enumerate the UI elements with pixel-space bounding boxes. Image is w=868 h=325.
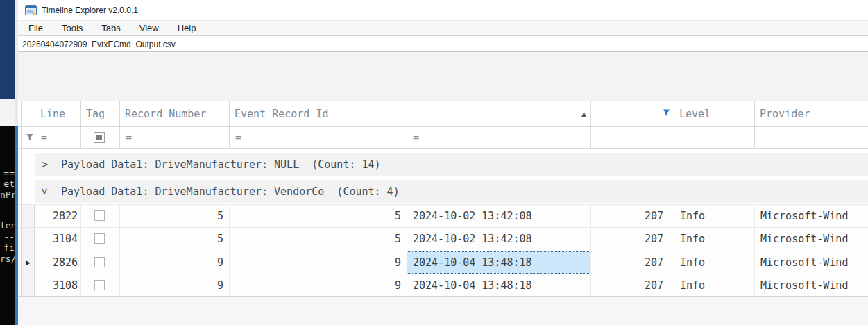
terminal-text-fragment: --: [0, 231, 15, 242]
cell-time-created-selected[interactable]: 2024-10-04 13:48:18: [407, 251, 590, 274]
group-row-null[interactable]: > Payload Data1: DriveManufacturer: NULL…: [18, 153, 868, 176]
grid-empty-area: [18, 297, 868, 325]
menu-file[interactable]: File: [24, 22, 48, 35]
cell-record-number[interactable]: 5: [119, 228, 229, 251]
filter-active-icon[interactable]: [663, 109, 670, 117]
filter-row-icon: [26, 133, 34, 142]
grid-border: [21, 101, 22, 297]
column-header-level[interactable]: Level: [674, 101, 754, 126]
cell-level[interactable]: Info: [674, 274, 754, 296]
group-by-panel[interactable]: Payload Data1 ▲: [18, 52, 868, 101]
column-header-time-created[interactable]: Time Created ▲: [407, 101, 590, 126]
cell-event-record-id[interactable]: 5: [229, 228, 407, 251]
column-header-event-id[interactable]: Event Id: [590, 101, 674, 126]
column-header-event-record-id[interactable]: Event Record Id: [229, 101, 407, 126]
cell-event-id[interactable]: 207: [590, 205, 674, 227]
table-row[interactable]: 2822 5 5 2024-10-02 13:42:08 207 Info Mi…: [18, 204, 868, 227]
sort-asc-icon: ▲: [581, 101, 586, 126]
cell-time-created[interactable]: 2024-10-04 13:48:18: [407, 274, 590, 296]
checkbox-indeterminate[interactable]: [94, 132, 105, 143]
menu-tabs[interactable]: Tabs: [96, 22, 125, 35]
cell-provider[interactable]: Microsoft-Wind: [754, 205, 868, 227]
cell-record-number[interactable]: 9: [119, 251, 229, 274]
cell-event-record-id[interactable]: 5: [229, 205, 407, 227]
menu-bar: File Tools Tabs View Help: [18, 21, 868, 36]
checkbox-unchecked[interactable]: [94, 280, 105, 290]
cell-event-record-id[interactable]: 9: [229, 251, 407, 274]
cell-time-created[interactable]: 2024-10-02 13:42:08: [407, 228, 590, 251]
menu-view[interactable]: View: [135, 22, 164, 35]
group-row-label: Payload Data1: DriveManufacturer: Vendor…: [61, 180, 400, 203]
table-row[interactable]: 3104 5 5 2024-10-02 13:42:08 207 Info Mi…: [18, 227, 868, 251]
cell-tag[interactable]: [80, 251, 119, 274]
filter-record-number[interactable]: =: [119, 127, 229, 148]
menu-help[interactable]: Help: [173, 22, 201, 35]
cell-tag[interactable]: [80, 274, 119, 296]
cell-record-number[interactable]: 9: [119, 274, 229, 296]
cell-level[interactable]: Info: [674, 251, 754, 274]
terminal-text-fragment: nPr: [0, 190, 15, 200]
header-gutter: [21, 101, 35, 126]
grid-header-row: Line Tag Record Number Event Record Id T…: [18, 101, 868, 127]
column-header-provider[interactable]: Provider: [754, 101, 868, 126]
checkbox-unchecked[interactable]: [94, 233, 105, 244]
terminal-text-fragment: ten: [0, 220, 15, 231]
tab-csv-file[interactable]: 20260404072909_EvtxECmd_Output.csv: [22, 40, 176, 49]
grid-gutter-separator: [35, 101, 35, 297]
screen: == et nPr ten -- fi rs/ --- Timeline Exp…: [0, 0, 868, 325]
cell-level[interactable]: Info: [674, 228, 754, 251]
table-row-current[interactable]: ▶ 2826 9 9 2024-10-04 13:48:18 207 Info …: [18, 251, 868, 274]
cell-event-id[interactable]: 207: [590, 251, 674, 274]
cell-line[interactable]: 2826: [35, 251, 80, 274]
row-gutter: [21, 228, 35, 251]
filter-event-record-id[interactable]: =: [229, 127, 407, 148]
cell-event-id[interactable]: 207: [590, 228, 674, 251]
chevron-down-icon[interactable]: >: [33, 188, 56, 194]
cell-level[interactable]: Info: [674, 205, 754, 227]
cell-tag[interactable]: [80, 228, 119, 251]
cell-line[interactable]: 3104: [35, 228, 80, 251]
window-title: Timeline Explorer v2.0.0.1: [42, 6, 138, 15]
cell-time-created[interactable]: 2024-10-02 13:42:08: [407, 205, 590, 227]
row-gutter: [21, 274, 35, 296]
group-row-label: Payload Data1: DriveManufacturer: NULL (…: [61, 153, 381, 176]
filter-provider[interactable]: aBc: [754, 127, 868, 148]
column-header-line[interactable]: Line: [35, 101, 80, 126]
filter-time-created[interactable]: =: [407, 127, 590, 148]
row-indicator-icon: ▶: [26, 251, 31, 274]
menu-tools[interactable]: Tools: [57, 22, 87, 35]
filter-level[interactable]: aBc: [674, 127, 754, 148]
column-header-tag[interactable]: Tag: [80, 101, 119, 126]
column-header-record-number[interactable]: Record Number: [119, 101, 229, 126]
cell-provider[interactable]: Microsoft-Wind: [754, 274, 868, 296]
terminal-text-fragment: et: [0, 178, 15, 189]
filter-row-gutter: [21, 127, 35, 148]
terminal-text-fragment: fi: [0, 242, 15, 253]
cell-line[interactable]: 3108: [35, 274, 80, 296]
checkbox-unchecked[interactable]: [94, 210, 105, 221]
cell-event-record-id[interactable]: 9: [229, 274, 407, 296]
filter-line[interactable]: =: [35, 127, 80, 148]
terminal-text-fragment: ---: [0, 275, 15, 285]
filter-tag[interactable]: [80, 127, 119, 148]
grid-filter-row: = = = = = 207 aBc aBc: [18, 127, 868, 149]
app-icon: [25, 5, 37, 15]
checkbox-fill: [96, 135, 102, 140]
terminal-text-fragment: ==: [0, 167, 15, 178]
checkbox-unchecked[interactable]: [94, 257, 105, 267]
background-window-white-strip: [0, 99, 15, 126]
title-bar: [18, 0, 868, 21]
cell-record-number[interactable]: 5: [119, 205, 229, 227]
row-gutter: [21, 205, 35, 227]
row-gutter: ▶: [21, 251, 35, 274]
cell-line[interactable]: 2822: [35, 205, 80, 227]
cell-provider[interactable]: Microsoft-Wind: [754, 228, 868, 251]
cell-event-id[interactable]: 207: [590, 274, 674, 296]
terminal-text-fragment: rs/: [0, 253, 15, 264]
table-row[interactable]: 3108 9 9 2024-10-04 13:48:18 207 Info Mi…: [18, 274, 868, 297]
cell-provider[interactable]: Microsoft-Wind: [754, 251, 868, 274]
chevron-right-icon[interactable]: >: [42, 153, 48, 176]
cell-tag[interactable]: [80, 205, 119, 227]
filter-event-id[interactable]: = 207: [590, 127, 674, 148]
group-row-vendorco[interactable]: > Payload Data1: DriveManufacturer: Vend…: [18, 180, 868, 203]
